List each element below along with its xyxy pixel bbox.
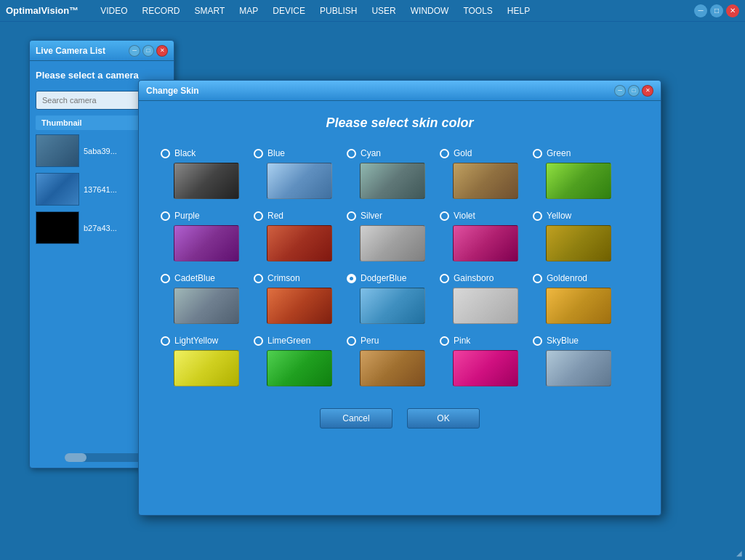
color-item-peru[interactable]: Peru xyxy=(347,336,425,386)
skin-minimize-button[interactable]: ─ xyxy=(614,85,626,97)
camera-thumb-1 xyxy=(36,134,79,167)
skin-dialog-titlebar: Change Skin ─ □ ✕ xyxy=(139,81,661,101)
radio-goldenrod[interactable] xyxy=(533,274,542,283)
main-maximize-button[interactable]: □ xyxy=(710,4,723,17)
ok-button[interactable]: OK xyxy=(407,408,480,429)
skin-dialog: Change Skin ─ □ ✕ Please select skin col… xyxy=(138,80,661,516)
swatch-skyblue[interactable] xyxy=(546,350,611,386)
radio-peru[interactable] xyxy=(347,336,356,346)
label-peru: Peru xyxy=(361,336,379,346)
label-goldenrod: Goldenrod xyxy=(547,273,587,283)
swatch-cyan[interactable] xyxy=(360,163,425,199)
color-item-cadetblue[interactable]: CadetBlue xyxy=(161,273,239,324)
swatch-crimson[interactable] xyxy=(267,288,332,324)
radio-blue[interactable] xyxy=(254,149,263,158)
swatch-peru[interactable] xyxy=(360,350,425,386)
swatch-purple[interactable] xyxy=(174,225,239,261)
swatch-lightyellow[interactable] xyxy=(174,350,239,386)
radio-pink[interactable] xyxy=(440,336,449,346)
menu-record[interactable]: RECORD xyxy=(135,3,188,19)
color-item-cyan[interactable]: Cyan xyxy=(347,148,425,199)
camera-window-title: Live Camera List xyxy=(36,46,129,56)
radio-red[interactable] xyxy=(254,211,263,221)
main-close-button[interactable]: ✕ xyxy=(726,4,739,17)
color-item-limegreen[interactable]: LimeGreen xyxy=(254,336,332,386)
color-item-red[interactable]: Red xyxy=(254,211,332,261)
label-pink: Pink xyxy=(454,336,470,346)
color-item-yellow[interactable]: Yellow xyxy=(533,211,611,261)
scrollbar-thumb xyxy=(65,453,86,462)
color-item-purple[interactable]: Purple xyxy=(161,211,239,261)
radio-lightyellow[interactable] xyxy=(161,336,170,346)
radio-yellow[interactable] xyxy=(533,211,542,221)
label-silver: Silver xyxy=(361,211,382,221)
menu-video[interactable]: VIDEO xyxy=(93,3,134,19)
dialog-buttons: Cancel OK xyxy=(161,408,639,429)
swatch-violet[interactable] xyxy=(453,225,518,261)
color-grid: Black Blue Cyan xyxy=(161,148,639,386)
skin-close-button[interactable]: ✕ xyxy=(642,85,653,97)
swatch-gainsboro[interactable] xyxy=(453,288,518,324)
menu-map[interactable]: MAP xyxy=(232,3,265,19)
label-gainsboro: Gainsboro xyxy=(454,273,494,283)
swatch-cadetblue[interactable] xyxy=(174,288,239,324)
camera-thumb-3 xyxy=(36,211,79,244)
swatch-dodgerblue[interactable] xyxy=(360,288,425,324)
radio-black[interactable] xyxy=(161,149,170,158)
swatch-silver[interactable] xyxy=(360,225,425,261)
radio-limegreen[interactable] xyxy=(254,336,263,346)
swatch-green[interactable] xyxy=(546,163,611,199)
cancel-button[interactable]: Cancel xyxy=(320,408,392,429)
radio-gold[interactable] xyxy=(440,149,449,158)
swatch-goldenrod[interactable] xyxy=(546,288,611,324)
radio-gainsboro[interactable] xyxy=(440,274,449,283)
camera-minimize-button[interactable]: ─ xyxy=(129,45,140,57)
swatch-gold[interactable] xyxy=(453,163,518,199)
skin-dialog-heading: Please select skin color xyxy=(161,115,639,131)
swatch-blue[interactable] xyxy=(267,163,332,199)
radio-purple[interactable] xyxy=(161,211,170,221)
color-item-crimson[interactable]: Crimson xyxy=(254,273,332,324)
menu-help[interactable]: HELP xyxy=(500,3,537,19)
color-item-green[interactable]: Green xyxy=(533,148,611,199)
label-blue: Blue xyxy=(267,148,285,158)
color-item-gainsboro[interactable]: Gainsboro xyxy=(440,273,518,324)
menu-smart[interactable]: SMART xyxy=(188,3,233,19)
color-item-silver[interactable]: Silver xyxy=(347,211,425,261)
swatch-red[interactable] xyxy=(267,225,332,261)
color-item-goldenrod[interactable]: Goldenrod xyxy=(533,273,611,324)
color-item-pink[interactable]: Pink xyxy=(440,336,518,386)
menu-tools[interactable]: TOOLS xyxy=(456,3,499,19)
swatch-yellow[interactable] xyxy=(546,225,611,261)
radio-cyan[interactable] xyxy=(347,149,356,158)
color-item-violet[interactable]: Violet xyxy=(440,211,518,261)
color-item-dodgerblue[interactable]: DodgerBlue xyxy=(347,273,425,324)
swatch-black[interactable] xyxy=(174,163,239,199)
radio-crimson[interactable] xyxy=(254,274,263,283)
color-item-black[interactable]: Black xyxy=(161,148,239,199)
label-cyan: Cyan xyxy=(361,148,381,158)
radio-violet[interactable] xyxy=(440,211,449,221)
color-row-4: LightYellow LimeGreen Peru xyxy=(161,336,639,386)
camera-close-button[interactable]: ✕ xyxy=(156,45,168,57)
color-item-skyblue[interactable]: SkyBlue xyxy=(533,336,611,386)
menu-publish[interactable]: PUBLISH xyxy=(313,3,364,19)
menu-window[interactable]: WINDOW xyxy=(403,3,456,19)
color-item-blue[interactable]: Blue xyxy=(254,148,332,199)
radio-silver[interactable] xyxy=(347,211,356,221)
color-item-lightyellow[interactable]: LightYellow xyxy=(161,336,239,386)
label-yellow: Yellow xyxy=(547,211,571,221)
menu-user[interactable]: USER xyxy=(364,3,403,19)
menu-device[interactable]: DEVICE xyxy=(265,3,313,19)
camera-window-controls: ─ □ ✕ xyxy=(129,45,168,57)
radio-cadetblue[interactable] xyxy=(161,274,170,283)
radio-dodgerblue[interactable] xyxy=(347,274,356,283)
radio-skyblue[interactable] xyxy=(533,336,542,346)
swatch-limegreen[interactable] xyxy=(267,350,332,386)
camera-maximize-button[interactable]: □ xyxy=(142,45,154,57)
skin-maximize-button[interactable]: □ xyxy=(628,85,640,97)
radio-green[interactable] xyxy=(533,149,542,158)
color-item-gold[interactable]: Gold xyxy=(440,148,518,199)
swatch-pink[interactable] xyxy=(453,350,518,386)
main-minimize-button[interactable]: ─ xyxy=(694,4,707,17)
